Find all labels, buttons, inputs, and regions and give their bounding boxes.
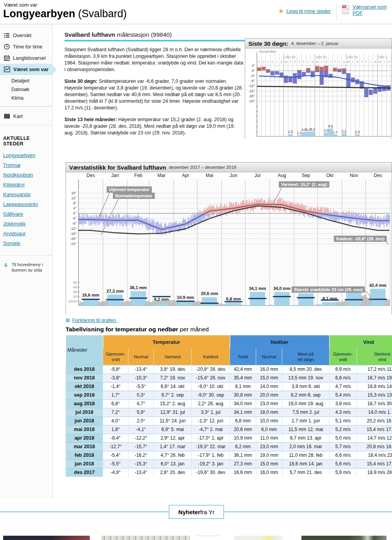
smoothed-temp-line: [185, 224, 186, 224]
data-cell: 17,2 m/s 11. d: [357, 365, 392, 374]
sidebar-place-link[interactable]: Longyearbyen: [0, 150, 52, 160]
pdf-link[interactable]: PDF Værvarsel som PDF: [342, 4, 389, 16]
group-header-temp: Temperatur: [103, 335, 230, 349]
subnav-klima[interactable]: Klima: [0, 94, 52, 102]
sidebar-place-link[interactable]: Nordkjosbotn: [0, 170, 52, 180]
month-cell: feb 2018: [66, 451, 103, 460]
smoothed-temp-line: [189, 222, 190, 222]
normal-temp-line: [350, 225, 351, 226]
plus-box-icon: ⊞: [66, 317, 70, 323]
data-cell: 3,8° 19. des: [154, 365, 192, 374]
normal-temp-line: [232, 211, 233, 211]
sidebar-place-link[interactable]: Karesuando: [0, 190, 52, 199]
news-thumbnail[interactable]: [196, 536, 220, 540]
table-row: feb 2018-5,4°-16,2°4,7° 26. feb-17,9° 1.…: [66, 451, 392, 460]
data-cell: 1,4° 17. mar: [154, 442, 192, 451]
last-30-days-chart-panel: Siste 30 døgn: 4. desember – 2. januar D…: [245, 38, 392, 139]
sidebar-item-langtidsvarsel[interactable]: Langtidsvarsel: [0, 52, 52, 64]
sidebar-place-link[interactable]: Jokkmokk: [0, 219, 52, 229]
normal-temp-line: [321, 218, 322, 218]
normal-temp-line: [206, 220, 207, 220]
normal-temp-line: [334, 222, 335, 222]
normal-temp-line: [194, 225, 195, 225]
svg-text:3,1: 3,1: [342, 129, 346, 133]
smoothed-temp-line: [200, 216, 201, 216]
svg-text:Sep: Sep: [302, 173, 310, 178]
table-row: des 2017-4,9°-13,4°2,6° 20. des-19,6° 30…: [66, 468, 392, 477]
smoothed-temp-line: [287, 206, 288, 206]
svg-text:F: F: [272, 60, 274, 64]
sidebar-place-link[interactable]: Lappeasuvanto: [0, 199, 52, 209]
sidebar-place-link[interactable]: Tromsø: [0, 160, 52, 170]
data-cell: 2,0°: [128, 417, 154, 425]
subnav-detaljert[interactable]: Detaljert: [0, 77, 52, 85]
smoothed-temp-line: [285, 206, 285, 206]
smoothed-temp-line: [209, 211, 210, 211]
normal-temp-line: [217, 216, 218, 216]
smoothed-temp-line: [196, 218, 196, 218]
month-cell: jun 2018: [66, 417, 103, 425]
news-thumbnail[interactable]: [234, 536, 283, 540]
sidebar-item-kart[interactable]: Kart: [0, 111, 52, 122]
smoothed-temp-line: [189, 222, 189, 222]
smoothed-temp-line: [157, 228, 158, 228]
svg-text:M: M: [378, 60, 381, 64]
data-cell: 2,9° 12. apr: [154, 434, 192, 442]
month-cell: okt 2018: [66, 382, 103, 391]
normal-temp-line: [306, 213, 306, 213]
data-cell: 35,4 mm: [230, 374, 256, 382]
chart-legend-link[interactable]: ⊞ Forklaring til grafen.: [66, 317, 117, 323]
smoothed-temp-line: [144, 223, 145, 223]
sidebar-item-vaeret-som-var[interactable]: Været som var: [0, 64, 52, 75]
data-cell: -8,4°: [103, 434, 128, 442]
smoothed-temp-line: [157, 227, 157, 228]
sidebar-place-link[interactable]: Kilpisjärvi: [0, 180, 52, 190]
svg-text:M: M: [316, 60, 319, 64]
normal-temp-line: [315, 216, 315, 216]
svg-text:34,0 mm: 34,0 mm: [273, 286, 290, 291]
month-cell: aug 2018: [66, 399, 103, 408]
smoothed-temp-line: [151, 225, 152, 226]
svg-text:-4°: -4°: [250, 74, 255, 78]
normal-temp-line: [308, 214, 309, 214]
month-cell: jan 2018: [66, 460, 103, 468]
normal-temp-line: [344, 224, 345, 224]
smoothed-temp-line: [299, 209, 300, 210]
news-thumbnail[interactable]: [3, 536, 90, 540]
last-13-months-summary: Siste 13 hele måneder: Høyeste temperatu…: [64, 116, 245, 136]
history-chart-icon: [4, 66, 10, 72]
sidebar-item-time-for-time[interactable]: Time for time: [0, 41, 52, 52]
smoothed-temp-line: [144, 222, 144, 223]
smoothed-temp-line: [201, 215, 202, 215]
normal-temp-line: [203, 221, 204, 221]
sidebar-place-link[interactable]: Gällivare: [0, 209, 52, 219]
data-cell: 6,9 m/s: [330, 365, 357, 374]
normal-temp-line: [219, 215, 219, 216]
svg-text:34,1 mm: 34,1 mm: [249, 286, 266, 291]
normal-temp-line: [196, 224, 197, 224]
smoothed-temp-line: [199, 216, 200, 217]
subnav-datosok[interactable]: Datosøk: [0, 85, 52, 94]
smoothed-temp-line: [149, 225, 150, 225]
svg-text:0°: 0°: [251, 69, 255, 73]
normal-temp-line: [231, 211, 232, 212]
normal-temp-line: [315, 216, 316, 216]
sidebar-place-link[interactable]: Sorsele: [0, 238, 52, 248]
svg-text:Mar: Mar: [157, 173, 166, 178]
svg-text:10,9 mm: 10,9 mm: [177, 295, 194, 300]
svg-text:5,0: 5,0: [306, 128, 311, 132]
news-thumbnail[interactable]: [102, 536, 190, 540]
svg-text:30: 30: [73, 290, 77, 294]
month-cell: jul 2018: [66, 408, 103, 417]
normal-temp-line: [221, 215, 222, 215]
svg-text:Okt: Okt: [326, 173, 334, 178]
news-thumbnail[interactable]: [301, 536, 387, 540]
normal-temp-line: [306, 213, 307, 214]
sidebar-item-oversikt[interactable]: Oversikt: [0, 30, 52, 41]
to-main-menu-link[interactable]: Til hovedmeny i bunnen av sida: [0, 256, 52, 273]
data-cell: 19,0 mm 19. aug: [282, 399, 330, 408]
sidebar-place-link[interactable]: Arvidsjaur: [0, 229, 52, 238]
add-to-places-link[interactable]: ★ Legg til mine steder: [278, 7, 331, 15]
data-cell: -5,8°: [103, 365, 128, 374]
page: Været som var Longyearbyen (Svalbard) ★ …: [0, 0, 392, 540]
